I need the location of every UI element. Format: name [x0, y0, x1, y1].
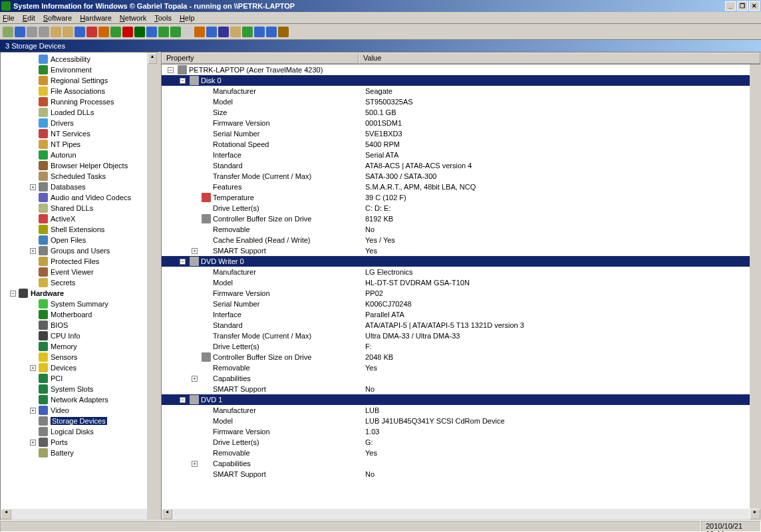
list-row[interactable]: InterfaceParallel ATA [162, 309, 760, 320]
tree-item-open-files[interactable]: Open Files [1, 235, 158, 245]
expander-icon[interactable]: + [30, 248, 36, 254]
tree-item-regional-settings[interactable]: Regional Settings [1, 75, 158, 86]
expander-icon[interactable]: + [30, 440, 36, 446]
tree-item-logical-disks[interactable]: Logical Disks [1, 426, 158, 437]
expander-icon[interactable]: + [30, 365, 36, 371]
tree-item-shared-dlls[interactable]: Shared DLLs [1, 203, 158, 213]
tree-item-scheduled-tasks[interactable]: Scheduled Tasks [1, 171, 158, 182]
list-row[interactable]: Serial Number5VE1BXD3 [162, 128, 760, 139]
tree-item-sensors[interactable]: Sensors [1, 352, 158, 362]
toolbar-button-5[interactable] [63, 27, 73, 37]
tree-item-nt-pipes[interactable]: NT Pipes [1, 139, 158, 150]
tree-item-audio-and-video-codecs[interactable]: Audio and Video Codecs [1, 192, 158, 203]
toolbar-button-11[interactable] [134, 27, 145, 37]
expander-icon[interactable]: + [192, 248, 198, 254]
menu-edit[interactable]: Edit [23, 14, 35, 22]
toolbar-button-2[interactable] [27, 27, 37, 37]
expander-icon[interactable]: + [192, 461, 198, 467]
tree-item-activex[interactable]: ActiveX [1, 213, 158, 224]
scroll-up-button[interactable]: ▲ [148, 53, 157, 64]
list-row[interactable]: Serial NumberK006CJ70248 [162, 299, 760, 309]
list-row[interactable]: Transfer Mode (Current / Max)SATA-300 / … [162, 171, 760, 182]
list-row[interactable]: Firmware Version0001SDM1 [162, 118, 760, 128]
list-row[interactable]: Cache Enabled (Read / Write)Yes / Yes [162, 235, 760, 245]
details-hscroll[interactable]: ◄ ► [162, 509, 760, 519]
tree-item-shell-extensions[interactable]: Shell Extensions [1, 224, 158, 235]
toolbar-button-6[interactable] [75, 27, 85, 37]
list-row[interactable]: StandardATA8-ACS | ATA8-ACS version 4 [162, 160, 760, 171]
toolbar-button-7[interactable] [86, 27, 97, 37]
list-row[interactable]: RemovableYes [162, 362, 760, 373]
list-row[interactable]: −DVD 1 [162, 394, 760, 405]
toolbar-button-16[interactable] [194, 27, 205, 37]
tree-item-event-viewer[interactable]: Event Viewer [1, 267, 158, 277]
tree-item-databases[interactable]: +Databases [1, 182, 158, 192]
tree-item-system-summary[interactable]: System Summary [1, 299, 158, 309]
toolbar-button-14[interactable] [170, 27, 181, 37]
expander-icon[interactable]: − [180, 259, 186, 265]
list-row[interactable]: SMART SupportNo [162, 384, 760, 394]
toolbar-button-13[interactable] [158, 27, 169, 37]
list-row[interactable]: Drive Letter(s)C: D: E: [162, 203, 760, 213]
toolbar-button-17[interactable] [206, 27, 217, 37]
minimize-button[interactable]: _ [725, 1, 736, 11]
tree-item-battery[interactable]: Battery [1, 448, 158, 458]
toolbar-button-3[interactable] [39, 27, 49, 37]
tree-item-file-associations[interactable]: File Associations [1, 86, 158, 96]
toolbar-button-1[interactable] [15, 27, 25, 37]
toolbar-button-23[interactable] [278, 27, 289, 37]
details-hscroll-right[interactable]: ► [750, 509, 760, 519]
toolbar-button-0[interactable] [3, 27, 13, 37]
tree-item-hardware[interactable]: −Hardware [1, 288, 158, 299]
list-row[interactable]: SMART SupportNo [162, 469, 760, 479]
tree-hscroll[interactable]: ◄ ► [1, 509, 158, 519]
list-row[interactable]: Rotational Speed5400 RPM [162, 139, 760, 150]
toolbar-button-4[interactable] [51, 27, 61, 37]
tree-item-loaded-dlls[interactable]: Loaded DLLs [1, 107, 158, 118]
list-row[interactable]: ModelLUB J41UB45Q341Y SCSI CdRom Device [162, 416, 760, 426]
expander-icon[interactable]: − [180, 78, 186, 84]
list-row[interactable]: Controller Buffer Size on Drive8192 KB [162, 213, 760, 224]
tree-item-devices[interactable]: +Devices [1, 362, 158, 373]
tree-item-motherboard[interactable]: Motherboard [1, 309, 158, 320]
list-row[interactable]: −DVD Writer 0 [162, 256, 760, 267]
tree-item-storage-devices[interactable]: Storage Devices [1, 416, 158, 426]
toolbar-button-19[interactable] [230, 27, 241, 37]
tree-item-bios[interactable]: BIOS [1, 320, 158, 331]
tree-item-drivers[interactable]: Drivers [1, 118, 158, 128]
list-row[interactable]: −PETRK-LAPTOP (Acer TravelMate 4230) [162, 65, 760, 75]
expander-icon[interactable]: + [30, 184, 36, 190]
list-row[interactable]: Drive Letter(s)F: [162, 341, 760, 352]
menu-network[interactable]: Network [120, 14, 146, 22]
list-row[interactable]: Size500.1 GB [162, 107, 760, 118]
list-row[interactable]: −Disk 0 [162, 75, 760, 86]
column-value[interactable]: Value [359, 53, 760, 64]
list-row[interactable]: ModelST9500325AS [162, 96, 760, 107]
tree-item-accessibility[interactable]: Accessibility [1, 54, 158, 65]
list-row[interactable]: Temperature39 C (102 F) [162, 192, 760, 203]
tree-item-groups-and-users[interactable]: +Groups and Users [1, 245, 158, 256]
hscroll-left[interactable]: ◄ [1, 509, 11, 519]
navigation-tree[interactable]: AccessibilityEnvironmentRegional Setting… [1, 53, 158, 509]
menu-tools[interactable]: Tools [154, 14, 172, 22]
tree-item-ports[interactable]: +Ports [1, 437, 158, 448]
list-row[interactable]: ManufacturerLUB [162, 405, 760, 416]
list-row[interactable]: ManufacturerLG Electronics [162, 267, 760, 277]
list-row[interactable]: StandardATA/ATAPI-5 | ATA/ATAPI-5 T13 13… [162, 320, 760, 331]
toolbar-button-21[interactable] [254, 27, 265, 37]
tree-scrollbar[interactable]: ▲ [147, 53, 158, 519]
list-row[interactable]: Firmware VersionPP02 [162, 288, 760, 299]
details-vscroll[interactable] [750, 65, 760, 509]
expander-icon[interactable]: − [180, 397, 186, 403]
list-row[interactable]: +SMART SupportYes [162, 245, 760, 256]
list-row[interactable]: Firmware Version1.03 [162, 426, 760, 437]
toolbar-button-15[interactable] [182, 27, 193, 37]
toolbar-button-20[interactable] [242, 27, 253, 37]
tree-item-browser-helper-objects[interactable]: Browser Helper Objects [1, 160, 158, 171]
maximize-button[interactable]: ❐ [737, 1, 748, 11]
toolbar-button-10[interactable] [122, 27, 133, 37]
close-button[interactable]: ✕ [749, 1, 760, 11]
list-header[interactable]: Property Value [162, 53, 760, 65]
list-row[interactable]: Drive Letter(s)G: [162, 437, 760, 448]
tree-item-environment[interactable]: Environment [1, 65, 158, 75]
